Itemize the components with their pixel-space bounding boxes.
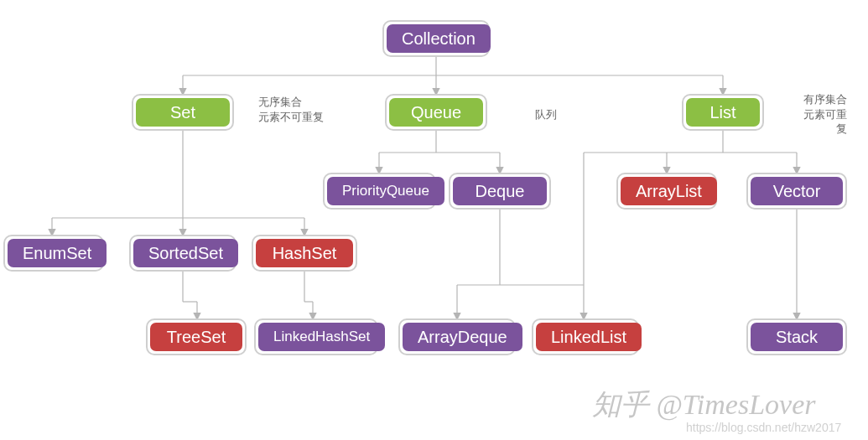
annotation-set: 无序集合 元素不可重复: [258, 95, 324, 124]
node-label: List: [686, 98, 760, 127]
node-label: PriorityQueue: [327, 177, 444, 205]
node-label: Set: [136, 98, 230, 127]
node-label: ArrayDeque: [403, 323, 522, 351]
hierarchy-edges: [0, 0, 868, 440]
node-label: SortedSet: [133, 239, 238, 267]
annotation-list: 有序集合 元素可重 复: [803, 92, 847, 137]
node-vector: Vector: [746, 173, 847, 210]
watermark-sub: https://blog.csdn.net/hzw2017: [686, 421, 841, 434]
node-label: TreeSet: [150, 323, 242, 351]
node-label: Queue: [389, 98, 483, 127]
annotation-queue: 队列: [535, 107, 557, 122]
node-enumset: EnumSet: [3, 235, 104, 272]
node-label: EnumSet: [8, 239, 107, 267]
node-stack: Stack: [746, 318, 847, 355]
node-treeset: TreeSet: [146, 318, 247, 355]
node-list: List: [682, 94, 764, 131]
node-collection: Collection: [382, 20, 490, 57]
node-queue: Queue: [385, 94, 487, 131]
node-arraydeque: ArrayDeque: [398, 318, 516, 355]
node-linkedhashset: LinkedHashSet: [254, 318, 378, 355]
node-label: ArrayList: [621, 177, 717, 205]
node-label: LinkedList: [536, 323, 642, 351]
node-set: Set: [132, 94, 234, 131]
node-label: Collection: [387, 24, 491, 53]
node-label: Stack: [751, 323, 843, 351]
node-label: LinkedHashSet: [258, 323, 385, 351]
node-linkedlist: LinkedList: [532, 318, 639, 355]
watermark-main: 知乎 @TimesLover: [592, 386, 815, 424]
node-label: Vector: [751, 177, 843, 205]
node-deque: Deque: [449, 173, 551, 210]
node-priorityqueue: PriorityQueue: [323, 173, 436, 210]
node-sortedset: SortedSet: [129, 235, 236, 272]
node-hashset: HashSet: [252, 235, 357, 272]
node-label: HashSet: [256, 239, 353, 267]
node-arraylist: ArrayList: [616, 173, 717, 210]
node-label: Deque: [453, 177, 547, 205]
